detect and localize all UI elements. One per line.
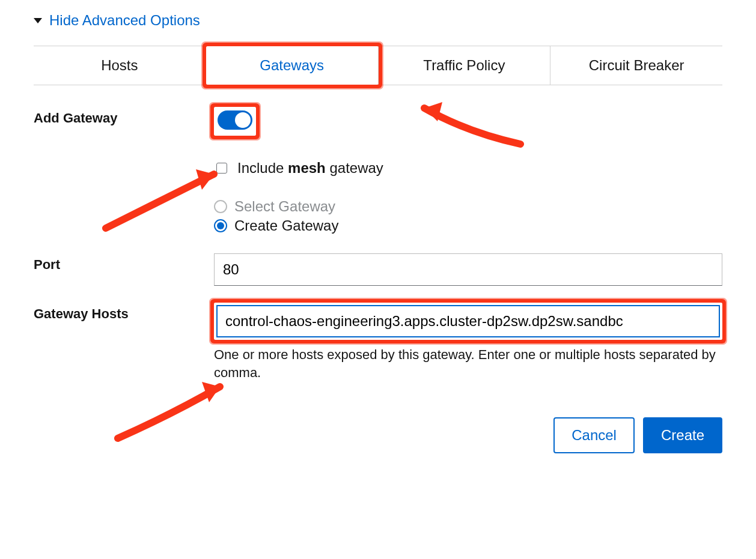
- tab-hosts[interactable]: Hosts: [34, 46, 206, 85]
- tab-bar: Hosts Gateways Traffic Policy Circuit Br…: [34, 46, 722, 85]
- create-button[interactable]: Create: [643, 417, 722, 453]
- annotation-arrow-icon: [394, 96, 532, 150]
- gateway-hosts-input[interactable]: [216, 305, 720, 337]
- port-input[interactable]: [214, 253, 722, 286]
- annotation-arrow-icon: [94, 162, 232, 234]
- create-gateway-label: Create Gateway: [234, 217, 338, 234]
- hide-advanced-toggle[interactable]: Hide Advanced Options: [34, 12, 722, 29]
- tab-gateways[interactable]: Gateways: [206, 46, 379, 85]
- select-gateway-label: Select Gateway: [234, 198, 335, 215]
- add-gateway-toggle[interactable]: [218, 110, 252, 130]
- tab-circuit-breaker[interactable]: Circuit Breaker: [550, 46, 722, 85]
- select-gateway-radio: [214, 200, 227, 213]
- hide-advanced-label: Hide Advanced Options: [49, 12, 200, 29]
- annotation-arrow-icon: [106, 372, 244, 444]
- gateway-hosts-help: One or more hosts exposed by this gatewa…: [214, 346, 722, 381]
- add-gateway-label: Add Gateway: [34, 107, 214, 126]
- cancel-button[interactable]: Cancel: [553, 417, 635, 453]
- toggle-knob-icon: [235, 112, 251, 128]
- gateway-hosts-label: Gateway Hosts: [34, 303, 214, 322]
- tab-traffic-policy[interactable]: Traffic Policy: [379, 46, 551, 85]
- create-gateway-radio[interactable]: [214, 219, 227, 232]
- port-label: Port: [34, 253, 214, 273]
- chevron-down-icon: [34, 18, 42, 23]
- include-mesh-label: Include mesh gateway: [237, 160, 383, 177]
